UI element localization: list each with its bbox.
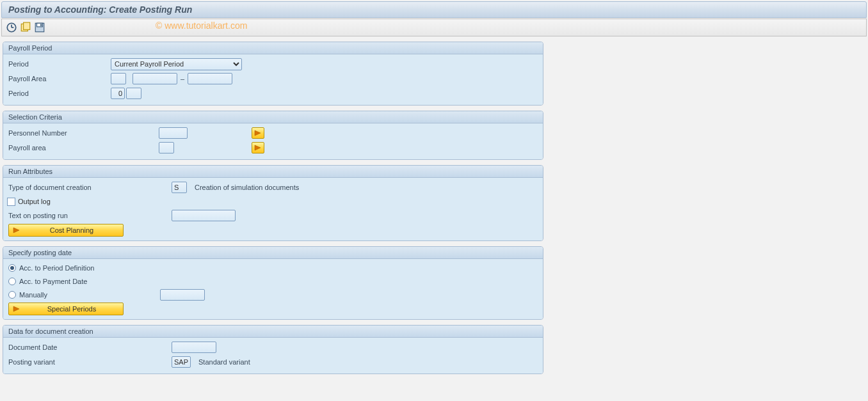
group-payroll-period: Payroll Period Period Current Payroll Pe… xyxy=(3,42,543,106)
group-header: Run Attributes xyxy=(3,166,543,178)
page-title: Posting to Accounting: Create Posting Ru… xyxy=(1,1,867,18)
label-posting-variant: Posting variant xyxy=(8,358,172,366)
doc-type-input[interactable] xyxy=(172,182,187,193)
label-period: Period xyxy=(8,60,111,68)
payroll-area-more-button[interactable] xyxy=(252,142,264,153)
radio-manually[interactable] xyxy=(8,291,16,299)
group-posting-date: Specify posting date Acc. to Period Defi… xyxy=(3,246,543,320)
group-header: Payroll Period xyxy=(3,42,543,54)
posting-variant-text: Standard variant xyxy=(198,358,250,366)
label-opt1: Acc. to Period Definition xyxy=(19,264,160,272)
cost-planning-button[interactable]: Cost Planning xyxy=(8,224,124,237)
payroll-area-to[interactable] xyxy=(188,73,232,84)
label-payroll-area: Payroll Area xyxy=(8,75,111,83)
radio-payment-date[interactable] xyxy=(8,278,16,285)
label-period2: Period xyxy=(8,90,111,97)
personnel-number-more-button[interactable] xyxy=(252,127,264,139)
variant-icon[interactable] xyxy=(20,22,31,33)
svg-rect-4 xyxy=(24,22,30,29)
text-posting-input[interactable] xyxy=(172,210,236,221)
label-output-log: Output log xyxy=(18,198,51,205)
group-header: Specify posting date xyxy=(3,247,543,259)
radio-period-definition[interactable] xyxy=(8,264,16,272)
personnel-number-input[interactable] xyxy=(159,127,188,139)
period2-extra-input[interactable] xyxy=(126,88,141,99)
toolbar: © www.tutorialkart.com xyxy=(1,19,867,36)
save-icon[interactable] xyxy=(34,22,45,33)
group-selection-criteria: Selection Criteria Personnel Number Payr… xyxy=(3,111,543,160)
doc-type-text: Creation of simulation documents xyxy=(195,184,299,191)
dash-separator: – xyxy=(181,75,184,83)
cost-planning-label: Cost Planning xyxy=(24,226,119,234)
group-header: Data for document creation xyxy=(3,326,543,338)
label-doc-type: Type of document creation xyxy=(8,184,172,191)
execute-icon[interactable] xyxy=(6,22,17,33)
label-payroll-area2: Payroll area xyxy=(8,144,159,152)
watermark: © www.tutorialkart.com xyxy=(156,20,247,31)
manual-date-input[interactable] xyxy=(160,289,205,301)
label-opt2: Acc. to Payment Date xyxy=(19,278,160,285)
group-run-attributes: Run Attributes Type of document creation… xyxy=(3,165,543,241)
label-text-posting: Text on posting run xyxy=(8,212,172,219)
label-opt3: Manually xyxy=(19,291,160,299)
label-personnel-number: Personnel Number xyxy=(8,129,159,137)
arrow-right-icon xyxy=(13,227,22,233)
svg-rect-7 xyxy=(40,24,42,26)
arrow-right-icon xyxy=(13,306,22,312)
special-periods-label: Special Periods xyxy=(24,305,119,313)
group-header: Selection Criteria xyxy=(3,111,543,123)
payroll-area-from[interactable] xyxy=(133,73,177,84)
group-doc-creation: Data for document creation Document Date… xyxy=(3,325,543,374)
posting-variant-input[interactable] xyxy=(172,356,191,368)
label-doc-date: Document Date xyxy=(8,343,172,351)
special-periods-button[interactable]: Special Periods xyxy=(8,303,124,315)
payroll-area-input[interactable] xyxy=(111,73,126,84)
period2-input[interactable] xyxy=(111,88,125,99)
payroll-area2-input[interactable] xyxy=(159,142,174,153)
doc-date-input[interactable] xyxy=(172,342,216,353)
period-select[interactable]: Current Payroll Period xyxy=(111,58,242,70)
output-log-checkbox[interactable] xyxy=(7,198,15,206)
